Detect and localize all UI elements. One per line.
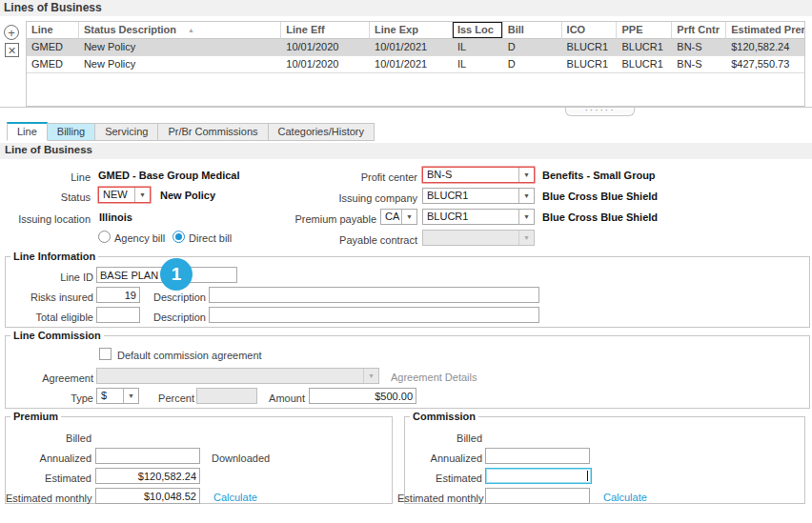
tab-billing[interactable]: Billing — [48, 123, 95, 141]
delete-line-button[interactable]: ✕ — [5, 43, 19, 57]
premium-payable-state-dropdown[interactable]: CA ▼ — [380, 209, 417, 225]
total-description-input[interactable] — [209, 307, 539, 323]
description-label: Description — [149, 291, 206, 304]
tab-line[interactable]: Line — [7, 122, 48, 141]
chevron-down-icon: ▼ — [518, 168, 534, 182]
x-square-icon: ✕ — [8, 45, 16, 56]
table-row[interactable]: GMED New Policy 10/01/2020 10/01/2021 IL… — [27, 39, 804, 56]
cell-bill: D — [503, 39, 562, 56]
issuing-company-dropdown[interactable]: BLUCR1 ▼ — [422, 188, 535, 204]
agency-bill-radio[interactable] — [98, 231, 111, 243]
cell-bill: D — [503, 56, 562, 73]
sort-asc-icon: ▲ — [188, 27, 194, 33]
payable-contract-dropdown-value — [423, 231, 518, 245]
detail-tabstrip: Line Billing Servicing Pr/Br Commissions… — [7, 122, 375, 141]
cell-iss-loc: IL — [453, 39, 503, 56]
default-commission-agreement-label: Default commission agreement — [117, 349, 262, 362]
commission-estimated-monthly-input[interactable] — [485, 488, 590, 504]
chevron-down-icon: ▼ — [123, 389, 138, 403]
cell-ico: BLUCR1 — [562, 39, 618, 56]
premium-annualized-label: Annualized — [6, 452, 91, 465]
type-dropdown[interactable]: $ ▼ — [96, 388, 139, 404]
commission-billed-label: Billed — [397, 432, 482, 445]
commission-estimated-input[interactable] — [485, 468, 592, 484]
premium-calculate-link[interactable]: Calculate — [213, 492, 257, 503]
title-strip — [0, 0, 812, 16]
default-commission-agreement-checkbox[interactable] — [99, 348, 112, 360]
col-header-ppe[interactable]: PPE — [617, 22, 672, 39]
tab-categories-history[interactable]: Categories/History — [269, 123, 375, 141]
agreement-label: Agreement — [6, 372, 93, 385]
status-dropdown[interactable]: NEW ▼ — [98, 187, 151, 203]
commission-estimated-input-wrap — [485, 468, 592, 484]
amount-label: Amount — [261, 392, 305, 405]
percent-label: Percent — [147, 392, 194, 405]
agreement-dropdown: ▼ — [96, 368, 379, 384]
total-eligible-input[interactable] — [96, 307, 140, 323]
premium-annualized-input[interactable] — [95, 448, 200, 464]
issuing-company-dropdown-value: BLUCR1 — [423, 189, 518, 203]
total-eligible-label: Total eligible — [6, 311, 93, 324]
commission-annualized-label: Annualized — [397, 452, 482, 465]
add-line-button[interactable]: + — [4, 25, 19, 40]
col-header-line[interactable]: Line — [27, 22, 79, 39]
cell-line-exp: 10/01/2021 — [370, 39, 453, 56]
premium-payable-dropdown[interactable]: BLUCR1 ▼ — [422, 209, 535, 225]
line-commission-title: Line Commission — [10, 330, 104, 341]
col-header-status-description[interactable]: Status Description▲ — [79, 22, 281, 39]
cell-prft-cntr: BN-S — [672, 56, 726, 73]
agreement-details-link: Agreement Details — [391, 372, 477, 383]
cell-ppe: BLUCR1 — [617, 39, 672, 56]
amount-input[interactable] — [309, 388, 416, 404]
col-header-bill[interactable]: Bill — [503, 22, 562, 39]
splitter-handle[interactable]: ······ — [565, 108, 635, 116]
status-description: New Policy — [160, 190, 215, 201]
line-id-label: Line ID — [6, 271, 93, 284]
col-header-estimated-prem[interactable]: Estimated Prem — [726, 22, 804, 39]
premium-title: Premium — [10, 411, 61, 422]
premium-estimated-monthly-input[interactable] — [95, 488, 200, 504]
risks-description-input[interactable] — [209, 287, 539, 303]
col-header-line-eff[interactable]: Line Eff — [281, 22, 370, 39]
chevron-down-icon: ▼ — [518, 189, 534, 203]
commission-estimated-label: Estimated — [397, 472, 482, 485]
risks-insured-label: Risks insured — [6, 291, 93, 304]
premium-group: Premium Billed Annualized Downloaded Est… — [5, 416, 393, 504]
col-header-line-exp[interactable]: Line Exp — [370, 22, 453, 39]
type-dropdown-value: $ — [97, 389, 123, 403]
line-label: Line — [0, 171, 91, 184]
lines-grid: Line Status Description▲ Line Eff Line E… — [26, 21, 805, 107]
commission-annualized-input[interactable] — [485, 448, 590, 464]
line-commission-group: Line Commission Default commission agree… — [5, 335, 810, 409]
cell-line: GMED — [27, 39, 79, 56]
plus-circle-icon: + — [8, 27, 15, 39]
cell-iss-loc: IL — [453, 56, 503, 73]
issuing-company-description: Blue Cross Blue Shield — [542, 191, 658, 202]
premium-estimated-monthly-label: Estimated monthly — [6, 492, 91, 505]
profit-center-dropdown[interactable]: BN-S ▼ — [422, 167, 535, 183]
col-header-ico[interactable]: ICO — [562, 22, 618, 39]
chevron-down-icon: ▼ — [518, 210, 534, 224]
cell-line-exp: 10/01/2021 — [370, 56, 453, 73]
tab-servicing[interactable]: Servicing — [95, 123, 158, 141]
status-dropdown-value: NEW — [99, 188, 134, 202]
col-header-iss-loc[interactable]: Iss Loc — [453, 22, 503, 39]
section-title: Line of Business — [5, 144, 92, 155]
premium-payable-state-value: CA — [381, 210, 401, 224]
table-row[interactable]: GMED New Policy 10/01/2020 10/01/2021 IL… — [27, 56, 804, 73]
risks-insured-input[interactable] — [96, 287, 140, 303]
line-information-title: Line Information — [10, 251, 98, 262]
commission-calculate-link[interactable]: Calculate — [603, 492, 647, 503]
tab-prbr-commissions[interactable]: Pr/Br Commissions — [158, 123, 268, 141]
cell-ppe: BLUCR1 — [617, 56, 672, 73]
issuing-location-value: Illinois — [99, 211, 132, 223]
cell-line: GMED — [27, 56, 79, 73]
chevron-down-icon: ▼ — [134, 188, 150, 202]
premium-estimated-input[interactable] — [95, 468, 200, 484]
direct-bill-radio[interactable] — [173, 231, 185, 243]
commission-title: Commission — [410, 411, 478, 422]
cell-ico: BLUCR1 — [562, 56, 618, 73]
commission-group: Commission Billed Annualized Estimated E… — [404, 416, 805, 504]
col-header-prft-cntr[interactable]: Prft Cntr — [672, 22, 726, 39]
grip-dots-icon: ······ — [585, 109, 616, 112]
